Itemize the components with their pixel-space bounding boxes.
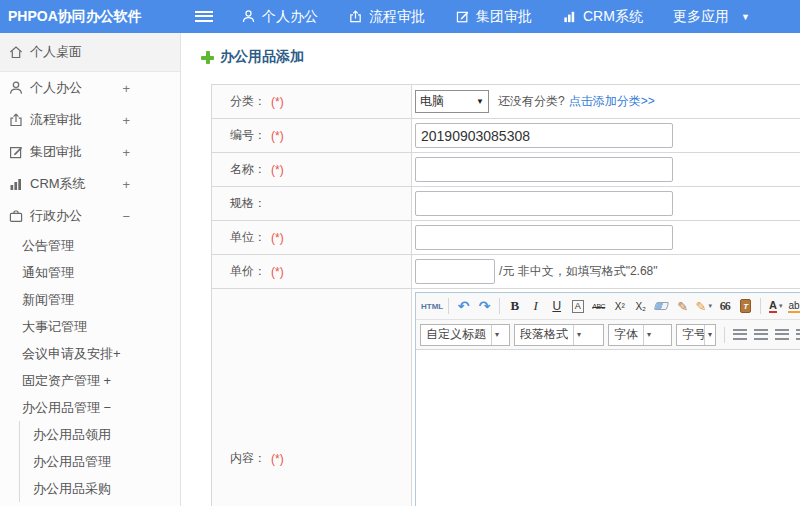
expand-plus-icon[interactable]: + (122, 177, 130, 192)
caret-down-icon: ▼ (741, 12, 750, 22)
format-brush-icon[interactable]: ✎ (673, 296, 692, 316)
rich-text-editor: HTML ↶ ↷ B I U A ABC X² X₂ (415, 292, 800, 506)
expand-plus-icon[interactable]: + (122, 81, 130, 96)
category-hint-text: 还没有分类? (498, 93, 565, 110)
caret-down-icon: ▾ (643, 325, 654, 345)
person-icon (8, 80, 24, 96)
toolbar-separator (724, 327, 725, 343)
sidebar-item-meeting-request[interactable]: 会议申请及安排+ (0, 340, 180, 367)
menu-toggle-icon[interactable] (195, 11, 213, 22)
code-input[interactable] (415, 123, 673, 148)
workflow-icon (8, 112, 24, 128)
strikethrough-button[interactable]: ABC (589, 296, 608, 316)
sidebar-item-office-supplies-manage[interactable]: 办公用品管理 (20, 448, 180, 475)
sidebar-item-office-supplies-purchase[interactable]: 办公用品采购 (20, 475, 180, 502)
subscript-button[interactable]: X₂ (631, 296, 650, 316)
font-family-select[interactable]: 字体 ▾ (608, 324, 672, 346)
source-code-button[interactable]: HTML (421, 296, 443, 316)
add-category-link[interactable]: 点击添加分类>> (569, 93, 655, 110)
price-label: 单价： (*) (212, 255, 412, 288)
top-nav: 个人办公 流程审批 集团审批 CRM系统 更多应用 ▼ (241, 8, 750, 26)
caret-down-icon: ▾ (491, 325, 502, 345)
font-border-button[interactable]: A (568, 296, 587, 316)
paste-icon[interactable]: T (736, 296, 755, 316)
collapse-minus-icon[interactable]: − (122, 209, 130, 224)
required-mark: (*) (271, 95, 284, 109)
highlight-color-button[interactable]: ab▾ (787, 296, 800, 316)
app-logo: PHPOA协同办公软件 (0, 8, 181, 26)
nav-item-label: 个人办公 (262, 8, 318, 26)
edit-icon (455, 9, 470, 24)
expand-plus-icon[interactable]: + (122, 113, 130, 128)
required-mark: (*) (271, 452, 284, 466)
sidebar-item-label: 行政办公 (30, 207, 82, 225)
blockquote-button[interactable]: 66 (715, 296, 734, 316)
required-mark: (*) (271, 129, 284, 143)
sidebar-item-admin-office[interactable]: 行政办公 − (0, 200, 180, 232)
justify-button[interactable] (793, 325, 800, 345)
sidebar-item-office-supplies-claim[interactable]: 办公用品领用 (20, 421, 180, 448)
nav-item-more-apps[interactable]: 更多应用 ▼ (673, 8, 750, 26)
spec-label: 规格： (212, 187, 412, 220)
required-mark: (*) (271, 231, 284, 245)
workflow-icon (348, 9, 363, 24)
align-center-button[interactable] (751, 325, 770, 345)
sidebar-item-fixed-assets-mgmt[interactable]: 固定资产管理 + (0, 367, 180, 394)
nav-item-group-approval[interactable]: 集团审批 (455, 8, 532, 26)
chart-icon (8, 176, 24, 192)
caret-down-icon: ▾ (573, 325, 584, 345)
spec-input[interactable] (415, 191, 673, 216)
sidebar-item-label: 个人办公 (30, 79, 82, 97)
form-row-content: 内容： (*) HTML ↶ ↷ B I U (212, 289, 800, 506)
sidebar-item-announcement-mgmt[interactable]: 公告管理 (0, 232, 180, 259)
expand-plus-icon[interactable]: + (122, 145, 130, 160)
caret-down-icon: ▾ (708, 302, 712, 310)
sidebar-item-label: 流程审批 (30, 111, 82, 129)
sidebar-item-office-supplies-mgmt[interactable]: 办公用品管理 − (0, 394, 180, 421)
toolbar-separator (448, 298, 449, 314)
eraser-icon[interactable] (652, 296, 671, 316)
editor-content[interactable] (416, 350, 800, 506)
toolbar-separator (760, 298, 761, 314)
sidebar-item-crm-system[interactable]: CRM系统 + (0, 168, 180, 200)
sidebar-item-news-mgmt[interactable]: 新闻管理 (0, 286, 180, 313)
nav-item-crm-system[interactable]: CRM系统 (562, 8, 643, 26)
top-header: PHPOA协同办公软件 个人办公 流程审批 集团审批 CRM系统 (0, 0, 800, 33)
align-left-button[interactable] (730, 325, 749, 345)
nav-item-personal-office[interactable]: 个人办公 (241, 8, 318, 26)
unit-input[interactable] (415, 225, 673, 250)
price-input[interactable] (415, 259, 495, 284)
add-plus-icon (201, 51, 214, 64)
edit-icon (8, 144, 24, 160)
form-row-category: 分类： (*) 电脑 ▼ 还没有分类? 点击添加分类>> (212, 85, 800, 119)
sidebar-item-group-approval[interactable]: 集团审批 + (0, 136, 180, 168)
sidebar: 个人桌面 个人办公 + 流程审批 + 集团审批 + (0, 33, 181, 506)
superscript-button[interactable]: X² (610, 296, 629, 316)
chart-icon (562, 9, 577, 24)
undo-icon[interactable]: ↶ (454, 296, 473, 316)
name-input[interactable] (415, 157, 673, 182)
sidebar-item-notice-mgmt[interactable]: 通知管理 (0, 259, 180, 286)
autotypeset-icon[interactable]: ✎▾ (694, 296, 713, 316)
person-icon (241, 9, 256, 24)
bold-button[interactable]: B (505, 296, 524, 316)
font-color-button[interactable]: A▾ (766, 296, 785, 316)
heading-style-select[interactable]: 自定义标题 ▾ (420, 324, 510, 346)
sidebar-item-memorabilia-mgmt[interactable]: 大事记管理 (0, 313, 180, 340)
nav-item-workflow-approval[interactable]: 流程审批 (348, 8, 425, 26)
sidebar-item-workflow-approval[interactable]: 流程审批 + (0, 104, 180, 136)
paragraph-format-select[interactable]: 段落格式 ▾ (514, 324, 604, 346)
briefcase-icon (8, 208, 24, 224)
underline-button[interactable]: U (547, 296, 566, 316)
nav-item-label: CRM系统 (583, 8, 643, 26)
redo-icon[interactable]: ↷ (475, 296, 494, 316)
required-mark: (*) (271, 163, 284, 177)
price-format-hint: /元 非中文，如填写格式"2.68" (499, 263, 658, 280)
sidebar-item-personal-office[interactable]: 个人办公 + (0, 72, 180, 104)
toolbar-separator (499, 298, 500, 314)
sidebar-item-personal-desktop[interactable]: 个人桌面 (0, 33, 180, 72)
align-right-button[interactable] (772, 325, 791, 345)
category-select[interactable]: 电脑 ▼ (415, 90, 489, 113)
italic-button[interactable]: I (526, 296, 545, 316)
font-size-select[interactable]: 字号 ▾ (676, 324, 716, 346)
